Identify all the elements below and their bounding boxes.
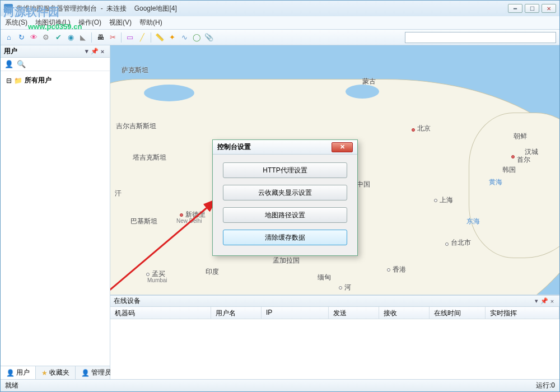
tree-root-node[interactable]: ⊟ 📁 所有用户 — [4, 74, 106, 86]
search-icon[interactable]: 🔍 — [16, 59, 26, 69]
globe-icon[interactable]: ◉ — [66, 32, 76, 43]
menu-operate[interactable]: 操作(O) — [78, 18, 101, 27]
dialog-body: HTTP代理设置 云收藏夹显示设置 地图路径设置 清除缓存数据 — [213, 155, 357, 255]
print-icon[interactable]: 🖶 — [95, 32, 105, 43]
rect-select-icon[interactable]: ▭ — [125, 32, 135, 43]
menu-system[interactable]: 系统(S) — [5, 18, 27, 27]
app-name: 奥维地图服务器管理控制台 — [16, 4, 97, 12]
city-delhi — [180, 213, 183, 217]
status-ready: 就绪 — [5, 381, 18, 390]
bottom-panel-title: 在线设备 — [114, 296, 141, 306]
attach-icon[interactable]: 📎 — [204, 32, 214, 43]
reconnect-icon[interactable]: ↻ — [16, 32, 26, 43]
expand-icon: ⊟ — [6, 77, 12, 85]
ruler-icon[interactable]: 📏 — [155, 32, 165, 43]
main-area: 用户 ▾ 📌 × 👤 🔍 ⊟ 📁 所有用户 👤用户 ★收藏夹 � — [1, 45, 559, 379]
folder-icon: 📁 — [14, 77, 22, 85]
tab-users[interactable]: 👤用户 — [1, 366, 36, 379]
console-settings-dialog: 控制台设置 ✕ HTTP代理设置 云收藏夹显示设置 地图路径设置 清除缓存数据 — [212, 139, 358, 256]
toolbar-separator — [121, 32, 122, 43]
pin-icon[interactable]: ✦ — [167, 32, 177, 43]
tab-admin-label: 管理员 — [91, 368, 111, 377]
panel-pin-icon[interactable]: 📌 — [91, 48, 99, 55]
admin-icon: 👤 — [81, 369, 90, 377]
line-icon[interactable]: ╱ — [137, 32, 147, 43]
bottom-panel-header: 在线设备 ▾ 📌 × — [110, 296, 559, 307]
map-path-button[interactable]: 地图路径设置 — [223, 207, 347, 223]
title-text: 奥维地图服务器管理控制台 - 未连接 Google地图[4] — [16, 4, 508, 13]
toolbar-separator — [151, 32, 151, 43]
dialog-close-button[interactable]: ✕ — [332, 142, 353, 152]
connection-status: 未连接 — [106, 4, 127, 12]
app-window: 奥维地图服务器管理控制台 - 未连接 Google地图[4] ━ ☐ ✕ 系统(… — [0, 0, 560, 392]
shape-icon[interactable]: ◯ — [192, 32, 202, 43]
col-recv[interactable]: 接收 — [379, 307, 430, 319]
http-proxy-button[interactable]: HTTP代理设置 — [223, 162, 347, 178]
toolbar-separator — [91, 32, 92, 43]
close-button[interactable]: ✕ — [542, 4, 556, 13]
tab-favorites-label: 收藏夹 — [49, 368, 69, 377]
city-hanoi — [339, 286, 342, 290]
map-canvas[interactable]: 萨克斯坦 蒙古 吉尔吉斯斯坦 塔吉克斯坦 汗 巴基斯坦 印度 孟加拉国 缅甸 中… — [110, 45, 559, 295]
statusbar: 就绪 运行:0 — [1, 379, 559, 391]
tab-favorites[interactable]: ★收藏夹 — [36, 366, 76, 379]
tree-body: ⊟ 📁 所有用户 — [1, 71, 110, 366]
status-running: 运行:0 — [536, 381, 555, 390]
tag-icon[interactable]: ◣ — [78, 32, 88, 43]
city-mumbai — [146, 273, 150, 276]
home-icon[interactable]: ⌂ — [4, 32, 14, 43]
tree-root-label: 所有用户 — [25, 76, 52, 85]
menu-map-switch[interactable]: 地图切换(L) — [35, 18, 71, 27]
panel-close-icon[interactable]: × — [99, 48, 106, 55]
left-panel-header: 用户 ▾ 📌 × — [1, 45, 110, 58]
col-send[interactable]: 发送 — [329, 307, 379, 319]
tree-toolbar: 👤 🔍 — [1, 58, 110, 71]
left-panel: 用户 ▾ 📌 × 👤 🔍 ⊟ 📁 所有用户 👤用户 ★收藏夹 � — [1, 45, 110, 379]
city-shanghai — [434, 199, 437, 202]
panel-dropdown-icon[interactable]: ▾ — [533, 297, 540, 305]
tab-users-label: 用户 — [16, 368, 30, 377]
col-realtime[interactable]: 实时指挥 — [486, 307, 559, 319]
search-combo[interactable] — [405, 32, 556, 43]
menu-view[interactable]: 视图(V) — [109, 18, 132, 27]
gear-icon[interactable]: ⚙ — [41, 32, 51, 43]
eye-icon[interactable]: 👁 — [29, 32, 39, 43]
city-seoul — [511, 155, 515, 158]
star-icon: ★ — [41, 369, 48, 377]
toolbar: ⌂ ↻ 👁 ⚙ ✔ ◉ ◣ 🖶 ✂ ▭ ╱ 📏 ✦ ∿ ◯ 📎 — [1, 30, 559, 45]
dialog-titlebar[interactable]: 控制台设置 ✕ — [213, 140, 357, 155]
titlebar: 奥维地图服务器管理控制台 - 未连接 Google地图[4] ━ ☐ ✕ — [1, 1, 559, 16]
left-panel-title: 用户 — [4, 46, 17, 56]
left-tab-strip: 👤用户 ★收藏夹 👤管理员 — [1, 366, 110, 379]
app-icon — [4, 4, 13, 13]
center-column: 萨克斯坦 蒙古 吉尔吉斯斯坦 塔吉克斯坦 汗 巴基斯坦 印度 孟加拉国 缅甸 中… — [110, 45, 559, 379]
city-taipei — [445, 242, 449, 246]
clear-cache-button[interactable]: 清除缓存数据 — [223, 230, 347, 245]
window-controls: ━ ☐ ✕ — [508, 4, 556, 13]
menu-help[interactable]: 帮助(H) — [139, 18, 162, 27]
minimize-button[interactable]: ━ — [508, 4, 522, 13]
cloud-fav-button[interactable]: 云收藏夹显示设置 — [223, 185, 347, 200]
path-icon[interactable]: ∿ — [179, 32, 189, 43]
check-icon[interactable]: ✔ — [53, 32, 63, 43]
city-beijing — [412, 128, 415, 132]
map-source-label: Google地图[4] — [134, 4, 177, 12]
panel-pin-icon[interactable]: 📌 — [540, 297, 548, 305]
panel-close-icon[interactable]: × — [548, 298, 556, 305]
device-table-header: 机器码 用户名 IP 发送 接收 在线时间 实时指挥 — [110, 307, 559, 319]
col-online-time[interactable]: 在线时间 — [430, 307, 486, 319]
device-table-body — [110, 319, 559, 379]
panel-dropdown-icon[interactable]: ▾ — [83, 48, 91, 55]
dialog-title: 控制台设置 — [217, 142, 251, 152]
city-hk — [387, 268, 390, 272]
maximize-button[interactable]: ☐ — [525, 4, 539, 13]
menubar: 系统(S) 地图切换(L) 操作(O) 视图(V) 帮助(H) — [1, 16, 559, 30]
online-devices-panel: 在线设备 ▾ 📌 × 机器码 用户名 IP 发送 接收 在线时间 实时指挥 — [110, 295, 559, 379]
cut-icon[interactable]: ✂ — [108, 32, 118, 43]
col-ip[interactable]: IP — [262, 307, 329, 319]
col-username[interactable]: 用户名 — [211, 307, 262, 319]
user-icon[interactable]: 👤 — [4, 59, 14, 69]
user-icon: 👤 — [6, 369, 15, 377]
col-device-id[interactable]: 机器码 — [110, 307, 211, 319]
